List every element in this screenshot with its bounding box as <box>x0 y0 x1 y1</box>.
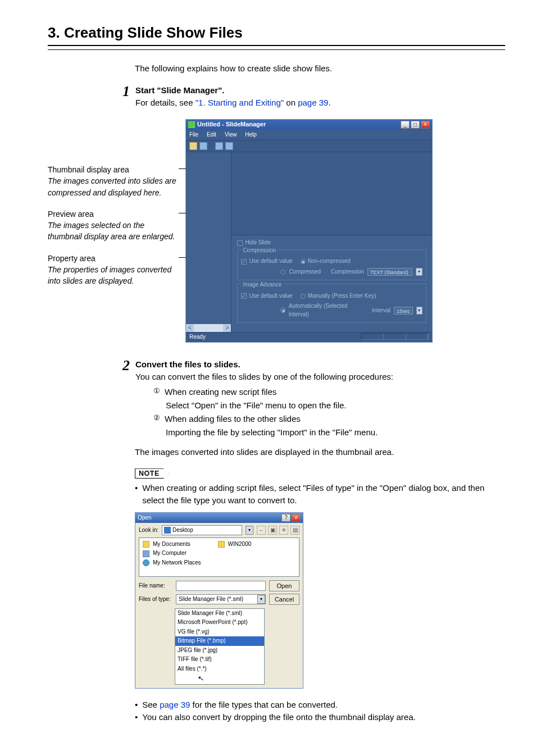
link-starting-exiting[interactable]: "1. Starting and Exiting" <box>196 98 284 107</box>
step-1-desc: For details, see "1. Starting and Exitin… <box>135 97 505 109</box>
file-name-input[interactable] <box>176 581 266 591</box>
close-button[interactable]: × <box>421 121 430 129</box>
advance-group: Image Advance Use default value Manually… <box>237 284 426 323</box>
help-button[interactable]: ? <box>281 514 290 522</box>
dd-item-vg[interactable]: VG file (*.vg) <box>175 627 264 637</box>
desktop-icon <box>164 527 171 534</box>
dd-item-bmp[interactable]: Bitmap File (*.bmp) <box>175 636 264 646</box>
pb1-b: for the file types that can be converted… <box>190 700 338 709</box>
maximize-button[interactable]: □ <box>411 121 420 129</box>
comp-default-checkbox[interactable] <box>241 259 247 265</box>
step-1-title: Start "Slide Manager". <box>135 84 505 97</box>
item-comp[interactable]: My Computer <box>153 549 187 558</box>
callout-prop-desc: The properties of images converted into … <box>48 264 180 287</box>
app-icon <box>188 121 195 128</box>
callout-prop-title: Property area <box>48 253 180 264</box>
menu-view[interactable]: View <box>225 131 237 138</box>
link-page-39-a[interactable]: page 39 <box>298 98 328 107</box>
status-text: Ready <box>189 333 206 341</box>
minimize-button[interactable]: _ <box>401 121 410 129</box>
file-list[interactable]: My Documents My Computer My Network Plac… <box>139 538 299 577</box>
file-type-select[interactable]: Slide Manager File (*.sml) ▾ <box>176 594 266 604</box>
look-in-dropdown-icon[interactable]: ▾ <box>246 526 253 535</box>
scroll-left-icon[interactable]: < <box>186 324 194 332</box>
menu-file[interactable]: File <box>189 131 198 138</box>
hide-slide-checkbox[interactable] <box>237 240 243 246</box>
heading-rule-thin <box>48 49 505 50</box>
preview-pane <box>231 152 432 235</box>
post-bullet-2: You can also convert by dropping the fil… <box>142 711 415 723</box>
scroll-right-icon[interactable]: > <box>223 324 231 332</box>
adv-default-checkbox[interactable] <box>241 293 247 299</box>
thumbnail-pane[interactable]: < > <box>186 152 231 332</box>
file-type-dropdown-list[interactable]: Slide Manager File (*.sml) Microsoft Pow… <box>175 608 265 685</box>
look-in-label: Look in: <box>139 526 158 535</box>
step-1-desc-prefix: For details, see <box>135 98 196 107</box>
thumb-scrollbar[interactable]: < > <box>186 324 231 332</box>
cancel-button[interactable]: Cancel <box>269 594 299 605</box>
callout-thumb-desc: The images converted into slides are com… <box>48 175 180 198</box>
item-win[interactable]: WIN2000 <box>228 540 252 549</box>
open-dialog-titlebar[interactable]: Open ? × <box>135 513 303 523</box>
look-in-field[interactable]: Desktop <box>162 525 242 535</box>
step2-item2-num: ② <box>153 413 160 425</box>
comp-compressed-radio[interactable] <box>280 270 285 275</box>
step-2-number: 2 <box>115 358 130 373</box>
comp-dropdown-arrow-icon[interactable]: ▾ <box>416 268 423 276</box>
adv-auto-label: Automatically (Selected Interval) <box>289 302 362 318</box>
scroll-track[interactable] <box>194 324 223 332</box>
file-type-dropdown-icon[interactable]: ▾ <box>257 595 265 604</box>
look-in-value: Desktop <box>172 526 193 535</box>
tool-icon-a[interactable] <box>215 142 223 150</box>
up-folder-icon[interactable]: ▣ <box>268 526 277 535</box>
comp-noncompressed-label: Non-compressed <box>308 257 351 266</box>
note-label: NOTE <box>135 468 169 479</box>
item-docs[interactable]: My Documents <box>153 540 190 549</box>
dd-item-tif[interactable]: TIFF file (*.tif) <box>175 655 264 664</box>
hide-slide-label: Hide Slide <box>245 239 271 247</box>
link-page-39-b[interactable]: page 39 <box>160 700 190 709</box>
property-pane: Hide Slide Compression Use default value… <box>231 235 432 332</box>
adv-auto-radio[interactable] <box>280 308 285 313</box>
dd-item-jpg[interactable]: JPEG file (*.jpg) <box>175 646 264 655</box>
open-icon[interactable] <box>189 142 197 150</box>
intro-text: The following explains how to create sli… <box>135 62 505 75</box>
step2-item2-a: When adding files to the other slides <box>165 413 301 425</box>
comp-noncompressed-radio[interactable] <box>301 259 306 264</box>
heading-rule-thick <box>48 45 505 46</box>
status-cells <box>361 333 429 340</box>
comp-value-field[interactable]: TEXT (Standard) <box>367 268 412 276</box>
folder-icon <box>143 541 149 548</box>
adv-manual-label: Manually (Press Enter Key) <box>308 292 376 300</box>
thumb-area-note: The images converted into slides are dis… <box>135 446 505 458</box>
window-title: Untitled - SlideManager <box>197 120 266 129</box>
file-name-label: File name: <box>139 582 172 590</box>
step-1-desc-suffix: . <box>328 98 330 107</box>
menu-edit[interactable]: Edit <box>207 131 216 138</box>
tool-icon-b[interactable] <box>225 142 233 150</box>
step-1-desc-mid: on <box>284 98 298 107</box>
open-close-button[interactable]: × <box>292 514 301 522</box>
callout-preview-desc: The images selected on the thumbnail dis… <box>48 220 180 243</box>
comp-compressed-label: Compressed <box>289 268 321 276</box>
compression-group: Compression Use default value Non-compre… <box>237 249 426 281</box>
menubar: File Edit View Help <box>186 130 432 140</box>
dd-item-sml[interactable]: Slide Manager File (*.sml) <box>175 609 264 618</box>
step2-item2-b: Importing the file by selecting "Import"… <box>166 426 505 439</box>
open-button[interactable]: Open <box>269 580 299 591</box>
dd-item-ppt[interactable]: Microsoft PowerPoint (*.ppt) <box>175 618 264 627</box>
item-net[interactable]: My Network Places <box>153 559 201 567</box>
new-folder-icon[interactable]: ✳ <box>279 526 288 535</box>
adv-manual-radio[interactable] <box>301 294 306 299</box>
views-icon[interactable]: ▤ <box>290 526 299 535</box>
menu-help[interactable]: Help <box>245 131 257 138</box>
bullet-dot: • <box>135 482 138 507</box>
adv-dropdown-arrow-icon[interactable]: ▾ <box>416 307 423 315</box>
comp-default-label: Use default value <box>249 257 292 266</box>
back-icon[interactable]: ← <box>257 526 266 535</box>
list-item: My Computer <box>143 549 201 558</box>
save-icon[interactable] <box>199 142 207 150</box>
dd-item-all[interactable]: All files (*.*) <box>175 664 264 674</box>
titlebar[interactable]: Untitled - SlideManager _ □ × <box>186 120 432 130</box>
adv-interval-field[interactable]: 15sec <box>394 307 413 315</box>
